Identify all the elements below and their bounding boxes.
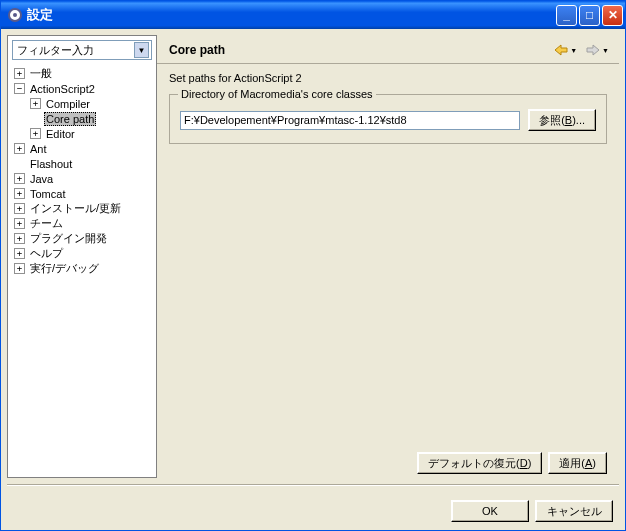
tree-spacer <box>14 158 25 169</box>
maximize-button[interactable]: □ <box>579 5 600 26</box>
tree-item[interactable]: +Java <box>8 171 156 186</box>
tree-item-label: ActionScript2 <box>28 83 97 95</box>
page-body: Set paths for ActionScript 2 Directory o… <box>157 64 619 446</box>
core-classes-group: Directory of Macromedia's core classes 参… <box>169 94 607 144</box>
tree-item-label: Tomcat <box>28 188 67 200</box>
tree-item-label: インストール/更新 <box>28 201 123 216</box>
expand-icon[interactable]: + <box>14 263 25 274</box>
main-split: フィルター入力 ▼ +一般−ActionScript2+CompilerCore… <box>7 35 619 478</box>
preferences-tree[interactable]: +一般−ActionScript2+CompilerCore path+Edit… <box>8 64 156 477</box>
window-body: フィルター入力 ▼ +一般−ActionScript2+CompilerCore… <box>1 29 625 530</box>
tree-item[interactable]: +インストール/更新 <box>8 201 156 216</box>
tree-item[interactable]: +ヘルプ <box>8 246 156 261</box>
footer-divider <box>7 484 619 486</box>
browse-button[interactable]: 参照(B)... <box>528 109 596 131</box>
page-buttons: デフォルトの復元(D) 適用(A) <box>157 446 619 478</box>
tree-item-label: 一般 <box>28 66 54 81</box>
expand-icon[interactable]: + <box>14 203 25 214</box>
svg-point-1 <box>13 13 17 17</box>
dialog-footer: OK キャンセル <box>7 492 619 524</box>
tree-item-label: ヘルプ <box>28 246 65 261</box>
apply-button[interactable]: 適用(A) <box>548 452 607 474</box>
path-row: 参照(B)... <box>180 109 596 131</box>
collapse-icon[interactable]: − <box>14 83 25 94</box>
chevron-down-icon: ▼ <box>570 47 577 54</box>
ok-button[interactable]: OK <box>451 500 529 522</box>
preferences-window: 設定 _ □ ✕ フィルター入力 ▼ +一般−ActionScript2+Com… <box>0 0 626 531</box>
tree-item-label: Core path <box>44 112 96 126</box>
arrow-left-icon <box>553 43 569 57</box>
page-title: Core path <box>169 43 225 57</box>
chevron-down-icon[interactable]: ▼ <box>134 42 149 58</box>
group-label: Directory of Macromedia's core classes <box>178 88 376 100</box>
tree-item[interactable]: +プラグイン開発 <box>8 231 156 246</box>
page-description: Set paths for ActionScript 2 <box>169 72 607 84</box>
window-title: 設定 <box>27 6 556 24</box>
tree-item-label: Ant <box>28 143 49 155</box>
tree-item[interactable]: +Tomcat <box>8 186 156 201</box>
expand-icon[interactable]: + <box>14 173 25 184</box>
path-input[interactable] <box>180 111 520 130</box>
back-button[interactable]: ▼ <box>553 43 577 57</box>
expand-icon[interactable]: + <box>14 188 25 199</box>
arrow-right-icon <box>585 43 601 57</box>
tree-item[interactable]: +Ant <box>8 141 156 156</box>
close-button[interactable]: ✕ <box>602 5 623 26</box>
nav-arrows: ▼ ▼ <box>553 43 609 57</box>
cancel-button[interactable]: キャンセル <box>535 500 613 522</box>
tree-item[interactable]: Core path <box>8 111 156 126</box>
expand-icon[interactable]: + <box>14 143 25 154</box>
tree-item[interactable]: +一般 <box>8 66 156 81</box>
expand-icon[interactable]: + <box>14 248 25 259</box>
expand-icon[interactable]: + <box>30 128 41 139</box>
tree-item[interactable]: +チーム <box>8 216 156 231</box>
expand-icon[interactable]: + <box>14 218 25 229</box>
minimize-button[interactable]: _ <box>556 5 577 26</box>
window-buttons: _ □ ✕ <box>556 5 623 26</box>
tree-item[interactable]: +Editor <box>8 126 156 141</box>
tree-item[interactable]: +Compiler <box>8 96 156 111</box>
tree-item[interactable]: −ActionScript2 <box>8 81 156 96</box>
tree-item-label: チーム <box>28 216 65 231</box>
tree-item-label: 実行/デバッグ <box>28 261 101 276</box>
titlebar[interactable]: 設定 _ □ ✕ <box>1 1 625 29</box>
tree-item-label: Editor <box>44 128 77 140</box>
chevron-down-icon: ▼ <box>602 47 609 54</box>
tree-item-label: プラグイン開発 <box>28 231 109 246</box>
forward-button[interactable]: ▼ <box>585 43 609 57</box>
page-header: Core path ▼ ▼ <box>157 35 619 63</box>
app-icon <box>7 7 23 23</box>
right-panel: Core path ▼ ▼ Set paths for Ac <box>157 35 619 478</box>
tree-item[interactable]: +実行/デバッグ <box>8 261 156 276</box>
tree-spacer <box>30 113 41 124</box>
tree-item-label: Flashout <box>28 158 74 170</box>
expand-icon[interactable]: + <box>30 98 41 109</box>
filter-text: フィルター入力 <box>17 43 94 58</box>
tree-item-label: Compiler <box>44 98 92 110</box>
expand-icon[interactable]: + <box>14 233 25 244</box>
restore-defaults-button[interactable]: デフォルトの復元(D) <box>417 452 542 474</box>
tree-item-label: Java <box>28 173 55 185</box>
left-panel: フィルター入力 ▼ +一般−ActionScript2+CompilerCore… <box>7 35 157 478</box>
tree-item[interactable]: Flashout <box>8 156 156 171</box>
expand-icon[interactable]: + <box>14 68 25 79</box>
filter-combo[interactable]: フィルター入力 ▼ <box>12 40 152 60</box>
